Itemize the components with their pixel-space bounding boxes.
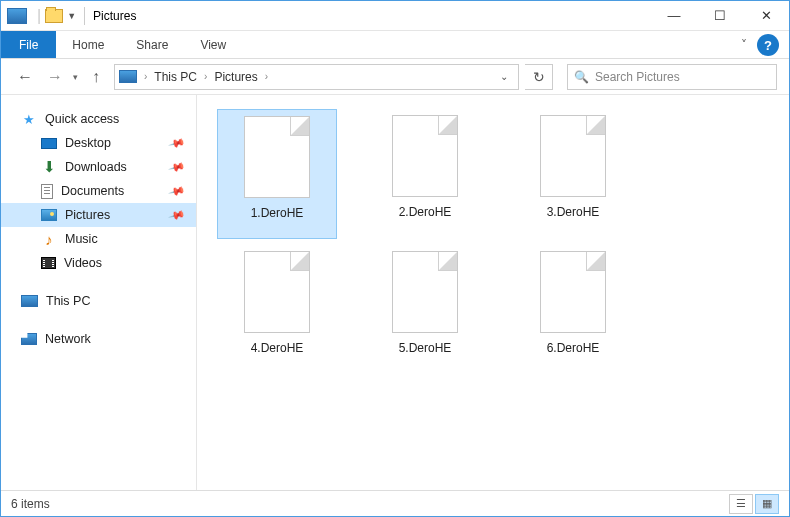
file-name: 5.DeroHE	[399, 341, 452, 355]
file-icon	[392, 115, 458, 197]
navigation-bar: ← → ▾ ↑ › This PC › Pictures › ⌄ ↻ 🔍	[1, 59, 789, 95]
quick-access-toolbar: ▼	[45, 9, 76, 23]
sidebar-item-label: Documents	[61, 184, 124, 198]
close-button[interactable]: ✕	[743, 1, 789, 30]
up-button[interactable]: ↑	[84, 65, 108, 89]
desktop-icon	[41, 138, 57, 149]
sidebar-item-label: This PC	[46, 294, 90, 308]
search-input[interactable]	[595, 70, 770, 84]
file-icon	[540, 251, 606, 333]
file-name: 1.DeroHE	[251, 206, 304, 220]
network-icon	[21, 333, 37, 345]
tab-view[interactable]: View	[184, 31, 242, 58]
status-bar: 6 items ☰ ▦	[1, 490, 789, 516]
titlebar-sep: |	[37, 7, 41, 25]
sidebar-item-desktop[interactable]: Desktop 📌	[1, 131, 196, 155]
sidebar-item-downloads[interactable]: ⬇ Downloads 📌	[1, 155, 196, 179]
file-name: 6.DeroHE	[547, 341, 600, 355]
pin-icon: 📌	[168, 158, 187, 176]
sidebar-item-documents[interactable]: Documents 📌	[1, 179, 196, 203]
explorer-window: | ▼ Pictures ― ☐ ✕ File Home Share View …	[0, 0, 790, 517]
forward-button[interactable]: →	[43, 65, 67, 89]
music-icon: ♪	[41, 231, 57, 247]
sidebar-item-music[interactable]: ♪ Music	[1, 227, 196, 251]
chevron-right-icon[interactable]: ›	[202, 71, 209, 82]
file-item[interactable]: 1.DeroHE	[217, 109, 337, 239]
sidebar-item-label: Music	[65, 232, 98, 246]
maximize-button[interactable]: ☐	[697, 1, 743, 30]
search-box[interactable]: 🔍	[567, 64, 777, 90]
ribbon: File Home Share View ˅ ?	[1, 31, 789, 59]
file-name: 4.DeroHE	[251, 341, 304, 355]
quick-access-label: Quick access	[45, 112, 119, 126]
system-menu-icon[interactable]	[7, 8, 27, 24]
chevron-right-icon[interactable]: ›	[263, 71, 270, 82]
file-icon	[392, 251, 458, 333]
file-name: 2.DeroHE	[399, 205, 452, 219]
navigation-pane: ★ Quick access Desktop 📌 ⬇ Downloads 📌 D…	[1, 95, 197, 490]
titlebar-divider	[84, 7, 85, 25]
item-count: 6 items	[11, 497, 50, 511]
back-button[interactable]: ←	[13, 65, 37, 89]
tab-home[interactable]: Home	[56, 31, 120, 58]
file-list[interactable]: 1.DeroHE 2.DeroHE 3.DeroHE 4.DeroHE 5.De…	[197, 95, 789, 490]
qat-dropdown-icon[interactable]: ▼	[67, 11, 76, 21]
pin-icon: 📌	[168, 134, 187, 152]
star-icon: ★	[21, 111, 37, 127]
sidebar-item-label: Network	[45, 332, 91, 346]
folder-icon[interactable]	[45, 9, 63, 23]
file-item[interactable]: 6.DeroHE	[513, 245, 633, 375]
sidebar-item-videos[interactable]: Videos	[1, 251, 196, 275]
sidebar-item-label: Downloads	[65, 160, 127, 174]
sidebar-item-this-pc[interactable]: This PC	[1, 289, 196, 313]
sidebar-item-label: Videos	[64, 256, 102, 270]
breadcrumb-root[interactable]: This PC	[152, 70, 199, 84]
sidebar-item-network[interactable]: Network	[1, 327, 196, 351]
file-item[interactable]: 4.DeroHE	[217, 245, 337, 375]
help-button[interactable]: ?	[757, 34, 779, 56]
file-item[interactable]: 5.DeroHE	[365, 245, 485, 375]
titlebar[interactable]: | ▼ Pictures ― ☐ ✕	[1, 1, 789, 31]
thumbnails-view-button[interactable]: ▦	[755, 494, 779, 514]
file-item[interactable]: 2.DeroHE	[365, 109, 485, 239]
window-title: Pictures	[93, 9, 136, 23]
refresh-button[interactable]: ↻	[525, 64, 553, 90]
location-icon	[119, 70, 137, 83]
file-icon	[244, 251, 310, 333]
tab-share[interactable]: Share	[120, 31, 184, 58]
file-name: 3.DeroHE	[547, 205, 600, 219]
address-dropdown-icon[interactable]: ⌄	[494, 71, 514, 82]
quick-access-header[interactable]: ★ Quick access	[1, 107, 196, 131]
breadcrumb-folder[interactable]: Pictures	[212, 70, 259, 84]
sidebar-item-label: Desktop	[65, 136, 111, 150]
sidebar-item-label: Pictures	[65, 208, 110, 222]
pin-icon: 📌	[168, 206, 187, 224]
chevron-right-icon[interactable]: ›	[142, 71, 149, 82]
pictures-icon	[41, 209, 57, 221]
recent-locations-icon[interactable]: ▾	[73, 72, 78, 82]
pin-icon: 📌	[168, 182, 187, 200]
documents-icon	[41, 184, 53, 199]
file-item[interactable]: 3.DeroHE	[513, 109, 633, 239]
expand-ribbon-icon[interactable]: ˅	[731, 31, 757, 58]
file-icon	[540, 115, 606, 197]
search-icon: 🔍	[574, 70, 589, 84]
videos-icon	[41, 257, 56, 269]
minimize-button[interactable]: ―	[651, 1, 697, 30]
details-view-button[interactable]: ☰	[729, 494, 753, 514]
sidebar-item-pictures[interactable]: Pictures 📌	[1, 203, 196, 227]
downloads-icon: ⬇	[41, 159, 57, 175]
address-bar[interactable]: › This PC › Pictures › ⌄	[114, 64, 519, 90]
file-tab[interactable]: File	[1, 31, 56, 58]
this-pc-icon	[21, 295, 38, 307]
file-icon	[244, 116, 310, 198]
